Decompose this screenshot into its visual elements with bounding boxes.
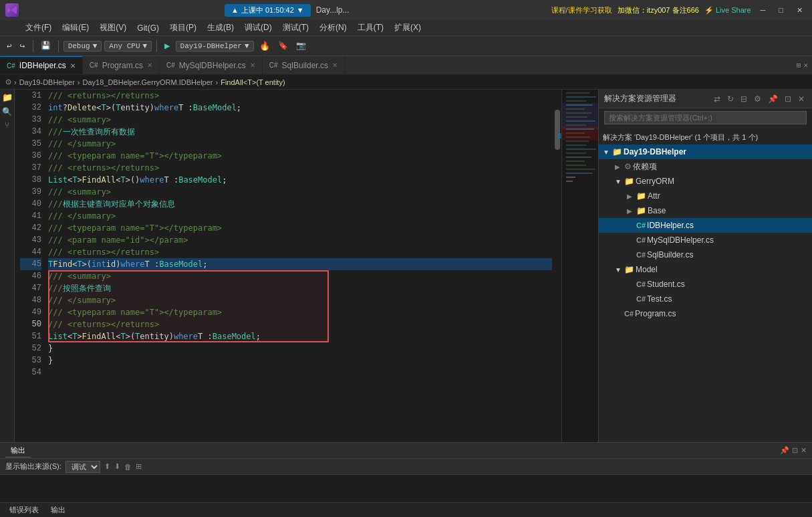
live-share[interactable]: ⚡ Live Share: [704, 6, 751, 15]
scroll-thumb[interactable]: [555, 110, 560, 150]
panel-filter-btn[interactable]: ⚙: [752, 94, 763, 104]
tree-item-base[interactable]: ▶ 📁 Base: [599, 203, 812, 218]
ln-32: 32: [20, 102, 41, 114]
code-editor[interactable]: 31 32 33 34 35 36 37 38 39 40 41 42 43 4…: [15, 90, 598, 442]
tree-item-test[interactable]: C# Test.cs: [599, 292, 812, 306]
panel-refresh-btn[interactable]: ↻: [725, 94, 736, 104]
toolbar-undo[interactable]: ↩: [4, 39, 15, 53]
menu-file[interactable]: 文件(F): [20, 21, 57, 35]
breadcrumb-project[interactable]: ⊙: [5, 78, 11, 86]
menu-view[interactable]: 视图(V): [94, 21, 132, 35]
tree-item-sqlbuilder[interactable]: C# SqlBuilder.cs: [599, 247, 812, 262]
tab-idbhelper[interactable]: C# IDBHelper.cs ✕: [0, 56, 83, 74]
bottom-tab-errors[interactable]: 错误列表: [5, 504, 43, 516]
output-source-select[interactable]: 调试: [65, 461, 100, 473]
tab-close-all[interactable]: ✕: [803, 61, 808, 70]
panel-pin-btn[interactable]: 📌: [766, 94, 780, 104]
tab-split[interactable]: ⊞: [797, 61, 801, 70]
panel-close-btn[interactable]: ✕: [796, 94, 807, 104]
tab-program-icon: C#: [90, 62, 98, 69]
svg-rect-15: [566, 152, 586, 154]
code-lines[interactable]: /// <returns></returns> int? Delete<T>(T…: [45, 90, 552, 442]
activity-git[interactable]: ⑂: [5, 121, 9, 130]
breadcrumb-part1[interactable]: Day19-DBHelper: [19, 78, 75, 86]
tree-item-idbhelper[interactable]: C# IDBHelper.cs: [599, 218, 812, 233]
ln-31: 31: [20, 90, 41, 102]
tree-item-day19[interactable]: ▼ 📁 Day19-DBHelper: [599, 144, 812, 159]
solution-root: 解决方案 'Day19-DBHelper' (1 个项目，共 1 个): [599, 130, 812, 144]
toolbar-bookmark[interactable]: 🔖: [275, 39, 291, 52]
svg-rect-8: [566, 124, 586, 126]
solution-search-input[interactable]: [604, 111, 807, 124]
toolbar-hot-reload[interactable]: 🔥: [257, 39, 273, 53]
tree-item-attr[interactable]: ▶ 📁 Attr: [599, 189, 812, 203]
code-line-37: /// <returns></returns>: [48, 162, 552, 174]
window-minimize[interactable]: ─: [757, 6, 770, 14]
menu-edit[interactable]: 编辑(E): [57, 21, 94, 35]
breadcrumb-part2[interactable]: Day18_DBHelper.GerryORM.IDBHelper: [83, 78, 213, 86]
ln-40: 40: [20, 198, 41, 210]
tree-item-mysqldbhelper[interactable]: C# MySqlDBHelper.cs: [599, 233, 812, 247]
run-button[interactable]: ▶: [162, 40, 172, 51]
svg-rect-6: [566, 116, 587, 118]
output-float[interactable]: ⊡: [792, 446, 798, 455]
code-line-44: /// <returns></returns>: [48, 246, 552, 258]
activity-explorer[interactable]: 📁: [2, 92, 13, 103]
menu-debug[interactable]: 调试(D): [239, 21, 277, 35]
tree-item-student[interactable]: C# Student.cs: [599, 277, 812, 292]
tab-program[interactable]: C# Program.cs ✕: [83, 56, 160, 74]
output-btn1[interactable]: ⬆: [104, 462, 110, 471]
menu-analyze[interactable]: 分析(N): [314, 21, 352, 35]
project-dropdown[interactable]: Day19-DBHelper ▼: [176, 41, 254, 51]
tab-idbhelper-icon: C#: [7, 62, 15, 70]
tab-idbhelper-close[interactable]: ✕: [70, 62, 76, 70]
session-badge: ▲ 上课中 01:50:42 ▼: [225, 4, 311, 17]
tree-item-model[interactable]: ▼ 📁 Model: [599, 262, 812, 277]
panel-sync-btn[interactable]: ⇄: [712, 94, 722, 104]
scrollbar[interactable]: [552, 90, 561, 442]
toolbar-save[interactable]: 💾: [38, 39, 53, 52]
menu-extensions[interactable]: 扩展(X): [389, 21, 426, 35]
ln-34: 34: [20, 126, 41, 138]
output-tab-active[interactable]: 输出: [5, 444, 31, 457]
ln-38: 38: [20, 174, 41, 186]
output-close[interactable]: ✕: [801, 446, 807, 455]
platform-dropdown[interactable]: Any CPU ▼: [104, 41, 152, 51]
breadcrumb-part3[interactable]: FindAll<T>(T entity): [221, 78, 285, 86]
tab-program-close[interactable]: ✕: [147, 62, 152, 69]
breadcrumb: ⊙ › Day19-DBHelper › Day18_DBHelper.Gerr…: [0, 75, 812, 90]
menu-build[interactable]: 生成(B): [202, 21, 239, 35]
window-maximize[interactable]: □: [775, 6, 787, 14]
panel-collapse-btn[interactable]: ⊟: [738, 94, 749, 104]
toolbar-screenshot[interactable]: 📷: [293, 39, 309, 52]
menu-git[interactable]: Git(G): [132, 22, 164, 34]
menu-project[interactable]: 项目(P): [164, 21, 202, 35]
toolbar-redo[interactable]: ↪: [17, 39, 28, 53]
output-pin[interactable]: 📌: [780, 446, 789, 455]
tree-item-deps[interactable]: ▶ ⚙ 依赖项: [599, 159, 812, 174]
output-btn2[interactable]: ⬇: [114, 462, 120, 471]
promo-text2: 加微信：itzy007 备注666: [618, 5, 699, 15]
editor-container: C# IDBHelper.cs ✕ C# Program.cs ✕ C# MyS…: [0, 56, 812, 517]
activity-search[interactable]: 🔍: [2, 107, 12, 117]
bottom-tab-output[interactable]: 输出: [47, 504, 70, 516]
menu-tools[interactable]: 工具(T): [352, 21, 389, 35]
tab-mysqldbhelper-close[interactable]: ✕: [250, 62, 255, 69]
output-btn3[interactable]: 🗑: [124, 463, 132, 471]
tree-item-program[interactable]: C# Program.cs: [599, 306, 812, 321]
panel-float-btn[interactable]: ⊡: [783, 94, 793, 104]
tab-sqlbuilder[interactable]: C# SqlBuilder.cs ✕: [263, 56, 345, 74]
promo-text: 课程/课件学习获取: [551, 5, 612, 15]
title-center: ▲ 上课中 01:50:42 ▼ Day...lp...: [28, 4, 546, 17]
menu-bar: 文件(F) 编辑(E) 视图(V) Git(G) 项目(P) 生成(B) 调试(…: [0, 20, 812, 36]
tab-sqlbuilder-close[interactable]: ✕: [332, 62, 337, 69]
tab-mysqldbhelper[interactable]: C# MySqlDBHelper.cs ✕: [160, 56, 263, 74]
config-dropdown[interactable]: Debug ▼: [63, 41, 102, 51]
window-close[interactable]: ✕: [793, 6, 807, 15]
code-line-40: /// 根据主键查询对应单个对象信息: [48, 198, 552, 210]
output-btn4[interactable]: ⊞: [136, 462, 142, 471]
toolbar: ↩ ↪ 💾 Debug ▼ Any CPU ▼ ▶ Day19-DBHelper…: [0, 36, 812, 56]
svg-rect-16: [566, 157, 591, 158]
menu-test[interactable]: 测试(T): [277, 21, 314, 35]
tree-item-gerryorm[interactable]: ▼ 📁 GerryORM: [599, 174, 812, 189]
